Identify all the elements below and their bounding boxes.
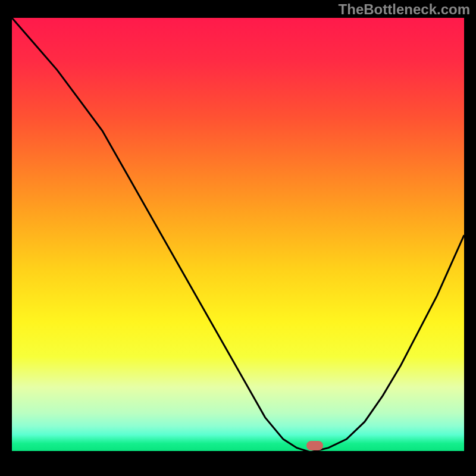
frame-right [464, 0, 476, 476]
bottleneck-marker [306, 441, 323, 450]
gradient-background [12, 18, 464, 452]
frame-left [0, 0, 12, 476]
chart-stage: TheBottleneck.com [0, 0, 476, 476]
watermark-text: TheBottleneck.com [339, 1, 470, 18]
frame-bottom [0, 452, 476, 476]
